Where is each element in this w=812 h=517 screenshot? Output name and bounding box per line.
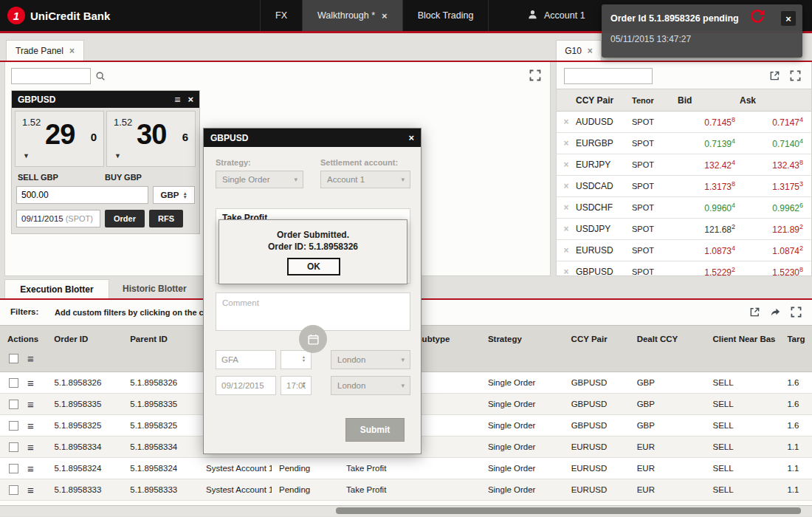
row-menu-icon[interactable]: ≡ [27, 464, 34, 473]
close-tab-icon[interactable]: × [382, 10, 388, 21]
tab-fx[interactable]: FX [260, 0, 303, 31]
modal-close-icon[interactable]: × [408, 132, 414, 143]
blotter-row[interactable]: ≡ 5.1.8958324 5.1.8958324 Systest Accoun… [0, 458, 812, 479]
row-checkbox[interactable] [9, 421, 18, 431]
bid-price[interactable]: 121.682 [673, 223, 735, 235]
g10-row[interactable]: × EURUSD SPOT 1.08734 1.08742 [557, 240, 812, 261]
g10-row[interactable]: × USDCAD SPOT 1.31738 1.31753 [557, 176, 812, 197]
value-date-input[interactable]: 09/11/2015 (SPOT) [16, 210, 100, 227]
g10-row[interactable]: × EURJPY SPOT 132.424 132.438 [557, 154, 812, 176]
ask-price[interactable]: 132.438 [735, 159, 812, 171]
expiry-date-input[interactable] [216, 376, 276, 395]
remove-pair-icon[interactable]: × [557, 160, 576, 170]
currency-selector[interactable]: GBP ▲▼ [153, 186, 195, 204]
remove-pair-icon[interactable]: × [557, 117, 576, 127]
search-icon[interactable] [95, 71, 106, 83]
tick-down-icon: ▼ [114, 152, 121, 160]
tab-walkthrough[interactable]: Walkthrough * × [303, 0, 403, 31]
bid-price[interactable]: 132.424 [673, 159, 735, 171]
remove-pair-icon[interactable]: × [557, 245, 576, 256]
tab-execution-blotter[interactable]: Execution Blotter [4, 279, 109, 298]
bid-price[interactable]: 1.31738 [673, 180, 735, 192]
row-checkbox[interactable] [9, 485, 18, 495]
stepper-arrows-icon[interactable]: ▴▾ [303, 355, 305, 363]
g10-row[interactable]: × USDCHF SPOT 0.99604 0.99626 [557, 197, 812, 219]
tick-down-icon: ▼ [23, 152, 30, 160]
expiry-venue-dropdown[interactable]: London ▾ [331, 376, 410, 395]
ask-price[interactable]: 1.52308 [735, 266, 812, 276]
sell-price-tile[interactable]: 1.52 ▼ 29 0 [15, 111, 104, 167]
g10-row[interactable]: × GBPUSD SPOT 1.52292 1.52308 [557, 261, 812, 276]
row-menu-icon[interactable]: ≡ [27, 442, 34, 452]
bid-price[interactable]: 0.71458 [673, 116, 735, 128]
settlement-dropdown[interactable]: Account 1 ▾ [320, 171, 410, 188]
ask-price[interactable]: 0.71404 [735, 137, 812, 149]
side-labels: SELL GBP BUY GBP [12, 170, 199, 185]
tab-block-trading[interactable]: Block Trading [403, 0, 489, 31]
g10-search-input[interactable] [564, 68, 653, 84]
remove-pair-icon[interactable]: × [557, 267, 576, 276]
account-menu[interactable]: Account 1 [527, 0, 585, 31]
ask-price[interactable]: 1.08742 [735, 244, 812, 256]
close-g10-icon[interactable]: × [588, 46, 593, 56]
ok-button[interactable]: OK [287, 258, 340, 275]
row-menu-icon[interactable]: ≡ [27, 485, 34, 495]
modal-header[interactable]: GBPUSD × [204, 129, 421, 147]
rfs-button[interactable]: RFS [149, 210, 183, 227]
g10-row[interactable]: × AUDUSD SPOT 0.71458 0.71474 [557, 112, 812, 133]
close-trade-panel-icon[interactable]: × [69, 46, 75, 56]
select-all-controls: ≡ [9, 354, 34, 363]
blotter-row[interactable]: ≡ 5.1.8958333 5.1.8958333 Systest Accoun… [0, 479, 812, 501]
tab-historic-blotter[interactable]: Historic Blotter [123, 279, 187, 298]
search-input[interactable] [11, 68, 91, 84]
ticket-menu-icon[interactable]: ≡ [174, 94, 180, 106]
row-checkbox[interactable] [9, 442, 18, 452]
tab-g10[interactable]: G10 × [556, 40, 602, 61]
row-checkbox[interactable] [9, 464, 18, 473]
pop-out-icon[interactable] [749, 307, 760, 320]
amount-input[interactable] [16, 186, 148, 204]
remove-pair-icon[interactable]: × [557, 181, 576, 191]
remove-pair-icon[interactable]: × [557, 138, 576, 148]
ask-price[interactable]: 121.892 [735, 223, 812, 235]
order-button[interactable]: Order [105, 210, 145, 227]
ask-price[interactable]: 0.71474 [735, 116, 812, 128]
fullscreen-icon[interactable] [791, 307, 802, 320]
submit-button[interactable]: Submit [345, 418, 405, 442]
horizontal-scrollbar[interactable] [0, 505, 812, 516]
ticket-close-icon[interactable]: × [187, 94, 193, 105]
modal-title: GBPUSD [210, 133, 248, 143]
row-menu-icon[interactable]: ≡ [27, 421, 34, 431]
fullscreen-icon[interactable] [529, 69, 541, 83]
bid-price[interactable]: 1.52292 [673, 266, 735, 276]
bid-price[interactable]: 0.99604 [673, 202, 735, 213]
quantity-stepper[interactable] [281, 350, 312, 369]
pop-out-icon[interactable] [769, 70, 780, 83]
strategy-dropdown[interactable]: Single Order ▾ [216, 171, 303, 188]
stepper-arrows-icon[interactable]: ▴▾ [303, 381, 305, 388]
row-menu-icon[interactable]: ≡ [27, 378, 34, 388]
bid-price[interactable]: 0.71394 [673, 137, 735, 149]
expiry-time-input[interactable] [281, 376, 312, 395]
remove-pair-icon[interactable]: × [557, 224, 576, 234]
tab-trade-panel[interactable]: Trade Panel × [6, 40, 84, 61]
venue-dropdown[interactable]: London ▾ [331, 350, 410, 369]
row-menu-icon[interactable]: ≡ [27, 400, 34, 409]
row-checkbox[interactable] [9, 400, 18, 409]
g10-row[interactable]: × EURGBP SPOT 0.71394 0.71404 [557, 133, 812, 154]
buy-price-tile[interactable]: 1.52 ▼ 30 6 [106, 111, 196, 167]
g10-row[interactable]: × USDJPY SPOT 121.682 121.892 [557, 219, 812, 240]
actions-menu-icon[interactable]: ≡ [27, 354, 34, 363]
scrollbar-thumb[interactable] [336, 507, 801, 514]
ask-price[interactable]: 1.31753 [735, 180, 812, 192]
fullscreen-icon[interactable] [790, 70, 801, 83]
ask-price[interactable]: 0.99626 [735, 202, 812, 213]
pending-orders-refresh-icon[interactable] [749, 8, 765, 27]
remove-pair-icon[interactable]: × [557, 202, 576, 213]
gfa-input[interactable] [216, 350, 276, 369]
bid-price[interactable]: 1.08734 [673, 244, 735, 256]
row-checkbox[interactable] [9, 378, 18, 388]
toast-close-icon[interactable]: × [781, 11, 796, 26]
export-share-icon[interactable] [770, 307, 781, 320]
select-all-checkbox[interactable] [9, 354, 18, 363]
